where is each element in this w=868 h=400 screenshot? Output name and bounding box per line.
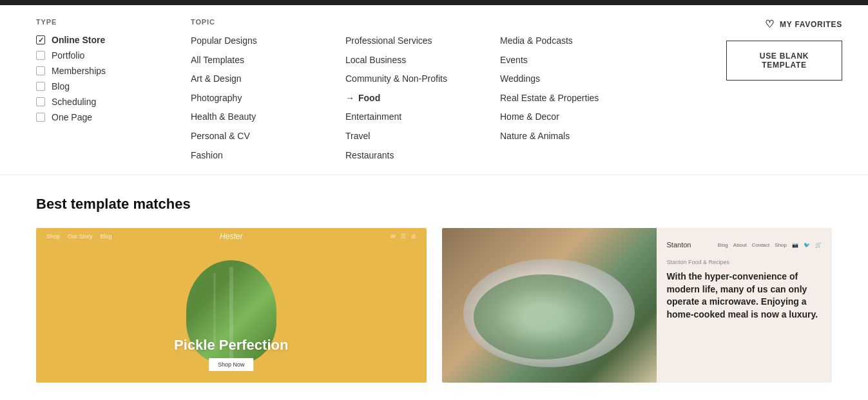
type-item-scheduling[interactable]: Scheduling	[36, 97, 165, 107]
stanton-nav: Stanton Blog About Contact Shop 📷 🐦 🛒	[667, 241, 822, 249]
topic-label: TOPIC	[191, 18, 713, 26]
topic-label-art-design: Art & Design	[191, 73, 242, 84]
topic-item-events[interactable]: Events	[500, 54, 642, 67]
stanton-brand: Stanton	[667, 241, 691, 249]
type-item-memberships[interactable]: Memberships	[36, 66, 165, 76]
topic-label-weddings: Weddings	[500, 73, 540, 84]
topic-col-0: Popular DesignsAll TemplatesArt & Design…	[191, 35, 345, 162]
stanton-image-area	[442, 228, 657, 383]
topic-item-personal-cv[interactable]: Personal & CV	[191, 130, 333, 143]
template-grid: Shop Our Story Blog Hester ✉ ☰ ⊘ Pickle …	[36, 228, 832, 383]
checkbox-one-page[interactable]	[36, 113, 45, 122]
topic-col-2: Media & PodcastsEventsWeddingsReal Estat…	[500, 35, 655, 162]
checkbox-memberships[interactable]	[36, 66, 45, 75]
topic-item-media-podcasts[interactable]: Media & Podcasts	[500, 35, 642, 48]
topic-items-2: Media & PodcastsEventsWeddingsReal Estat…	[500, 35, 642, 143]
type-label-memberships: Memberships	[52, 66, 106, 76]
top-bar	[0, 0, 868, 5]
topic-item-photography[interactable]: Photography	[191, 92, 333, 105]
hester-icons: ✉ ☰ ⊘	[391, 233, 416, 240]
favorites-section: ♡ MY FAVORITES USE BLANK TEMPLATE	[713, 18, 842, 81]
type-label-blog: Blog	[52, 81, 70, 91]
topic-item-fashion[interactable]: Fashion	[191, 149, 333, 162]
topic-label-professional-services: Professional Services	[345, 35, 432, 46]
topic-label-food: Food	[358, 92, 380, 105]
topic-label-community-nonprofits: Community & Non-Profits	[345, 73, 447, 84]
topic-label-personal-cv: Personal & CV	[191, 131, 250, 141]
topic-item-health-beauty[interactable]: Health & Beauty	[191, 111, 333, 124]
type-label-online-store: Online Store	[52, 35, 105, 45]
topic-label-real-estate: Real Estate & Properties	[500, 93, 599, 103]
topic-item-weddings[interactable]: Weddings	[500, 73, 642, 86]
type-label-portfolio: Portfolio	[52, 50, 84, 61]
topic-item-restaurants[interactable]: Restaurants	[345, 149, 487, 162]
topic-item-community-nonprofits[interactable]: Community & Non-Profits	[345, 73, 487, 86]
topic-items-0: Popular DesignsAll TemplatesArt & Design…	[191, 35, 333, 162]
checkbox-online-store[interactable]: ✓	[36, 35, 45, 44]
topic-item-professional-services[interactable]: Professional Services	[345, 35, 487, 48]
content-area: Best template matches Shop Our Story Blo…	[0, 175, 868, 400]
stanton-content-area: Stanton Blog About Contact Shop 📷 🐦 🛒 St…	[657, 228, 832, 383]
template-card-stanton[interactable]: Stanton Blog About Contact Shop 📷 🐦 🛒 St…	[442, 228, 833, 383]
topic-item-entertainment[interactable]: Entertainment	[345, 111, 487, 124]
topic-label-events: Events	[500, 55, 528, 65]
topic-item-local-business[interactable]: Local Business	[345, 54, 487, 67]
topic-label-entertainment: Entertainment	[345, 111, 401, 122]
type-item-online-store[interactable]: ✓Online Store	[36, 35, 165, 45]
my-favorites-label: MY FAVORITES	[780, 20, 842, 29]
type-item-portfolio[interactable]: Portfolio	[36, 50, 165, 61]
topic-col-1: Professional ServicesLocal BusinessCommu…	[345, 35, 500, 162]
my-favorites-button[interactable]: ♡ MY FAVORITES	[765, 18, 842, 30]
topic-item-home-decor[interactable]: Home & Decor	[500, 111, 642, 124]
section-title: Best template matches	[36, 196, 832, 213]
topic-label-restaurants: Restaurants	[345, 150, 394, 160]
topic-item-popular-designs[interactable]: Popular Designs	[191, 35, 333, 48]
type-section: TYPE ✓Online StorePortfolioMembershipsBl…	[36, 18, 178, 122]
topic-label-local-business: Local Business	[345, 55, 406, 65]
stanton-headline: With the hyper-convenience of modern lif…	[667, 271, 822, 321]
hester-shop-btn: Shop Now	[209, 358, 254, 371]
type-item-one-page[interactable]: One Page	[36, 112, 165, 122]
checkbox-portfolio[interactable]	[36, 51, 45, 60]
topic-label-popular-designs: Popular Designs	[191, 35, 257, 46]
topic-label-all-templates: All Templates	[191, 55, 244, 65]
topic-columns: Popular DesignsAll TemplatesArt & Design…	[191, 35, 713, 162]
type-item-blog[interactable]: Blog	[36, 81, 165, 91]
type-label-one-page: One Page	[52, 112, 92, 122]
filter-panel: TYPE ✓Online StorePortfolioMembershipsBl…	[0, 5, 868, 175]
hester-brand: Hester	[220, 232, 242, 241]
type-label: TYPE	[36, 18, 165, 26]
arrow-icon: →	[345, 92, 354, 105]
topic-items-1: Professional ServicesLocal BusinessCommu…	[345, 35, 487, 162]
heart-icon: ♡	[765, 18, 775, 30]
topic-item-all-templates[interactable]: All Templates	[191, 54, 333, 67]
topic-label-home-decor: Home & Decor	[500, 111, 559, 122]
checkbox-scheduling[interactable]	[36, 97, 45, 106]
hester-card-title: Pickle Perfection	[174, 337, 288, 354]
checkbox-blog[interactable]	[36, 82, 45, 91]
topic-item-travel[interactable]: Travel	[345, 130, 487, 143]
topic-item-real-estate[interactable]: Real Estate & Properties	[500, 92, 642, 105]
stanton-subtitle: Stanton Food & Recipes	[667, 259, 822, 265]
topic-section: TOPIC Popular DesignsAll TemplatesArt & …	[178, 18, 713, 162]
topic-label-fashion: Fashion	[191, 150, 223, 160]
topic-label-nature-animals: Nature & Animals	[500, 131, 570, 141]
topic-label-media-podcasts: Media & Podcasts	[500, 35, 573, 46]
topic-item-food[interactable]: →Food	[345, 92, 487, 105]
type-label-scheduling: Scheduling	[52, 97, 96, 107]
topic-label-health-beauty: Health & Beauty	[191, 111, 256, 122]
topic-item-art-design[interactable]: Art & Design	[191, 73, 333, 86]
topic-label-travel: Travel	[345, 131, 370, 141]
blank-template-button[interactable]: USE BLANK TEMPLATE	[726, 41, 842, 81]
template-card-hester[interactable]: Shop Our Story Blog Hester ✉ ☰ ⊘ Pickle …	[36, 228, 427, 383]
hester-nav-links: Shop Our Story Blog	[46, 233, 112, 240]
stanton-food-image	[442, 228, 657, 383]
topic-label-photography: Photography	[191, 93, 242, 103]
type-items-list: ✓Online StorePortfolioMembershipsBlogSch…	[36, 35, 165, 122]
topic-item-nature-animals[interactable]: Nature & Animals	[500, 130, 642, 143]
